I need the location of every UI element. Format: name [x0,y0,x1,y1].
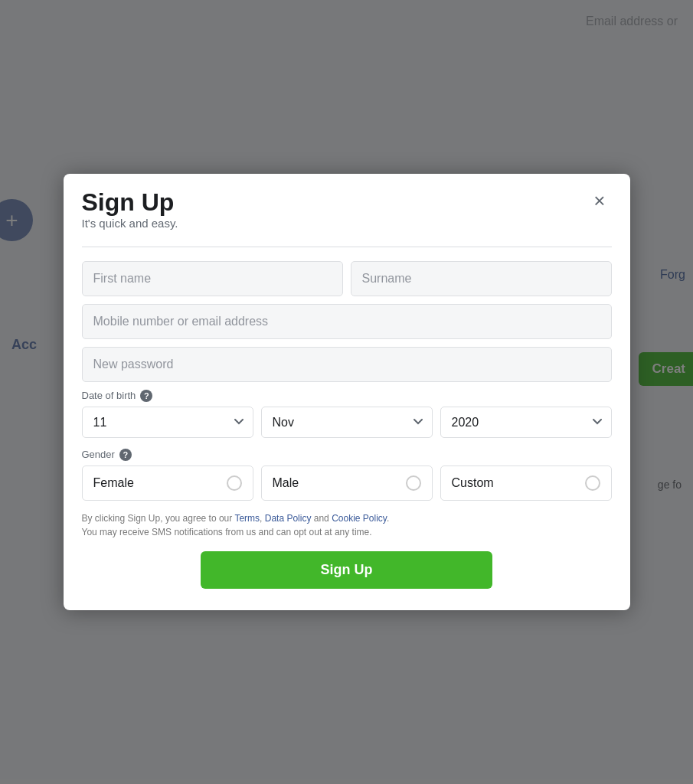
dob-year-select[interactable]: 2020 [440,407,612,438]
terms-line2: You may receive SMS notifications from u… [82,527,372,537]
password-input[interactable] [82,347,612,382]
data-policy-link[interactable]: Data Policy [265,513,312,524]
gender-male-option[interactable]: Male [261,466,433,501]
mobile-email-row [82,304,612,339]
gender-options: Female Male Custom [82,466,612,501]
gender-custom-label: Custom [452,476,494,490]
dob-help-icon[interactable]: ? [140,390,152,402]
name-row [82,261,612,296]
terms-text: By clicking Sign Up, you agree to our Te… [82,511,612,539]
dob-label: Date of birth [82,390,136,401]
signup-modal: Sign Up It's quick and easy. × Date of b… [64,174,630,609]
terms-suffix: . [387,513,389,524]
dob-label-row: Date of birth ? [82,390,612,402]
close-button[interactable]: × [587,188,611,214]
dob-month-select[interactable]: Nov [261,407,433,438]
gender-custom-option[interactable]: Custom [440,466,612,501]
cookie-policy-link[interactable]: Cookie Policy [332,513,387,524]
gender-female-label: Female [93,476,134,490]
surname-input[interactable] [351,261,612,296]
mobile-email-input[interactable] [82,304,612,339]
modal-divider [82,247,612,247]
terms-prefix: By clicking Sign Up, you agree to our [82,513,235,524]
dob-day-select[interactable]: 11 [82,407,253,438]
signup-button[interactable]: Sign Up [201,551,492,589]
password-row [82,347,612,382]
dob-selects: 11 Nov 2020 [82,407,612,438]
terms-sep2: and [311,513,332,524]
gender-help-icon[interactable]: ? [119,449,132,461]
modal-header: Sign Up It's quick and easy. × [82,189,612,243]
gender-label-row: Gender ? [82,449,612,461]
modal-overlay: Sign Up It's quick and easy. × Date of b… [0,0,693,784]
terms-sep1: , [260,513,265,524]
gender-male-radio[interactable] [406,475,421,491]
gender-female-radio[interactable] [227,475,242,491]
first-name-input[interactable] [82,261,343,296]
gender-male-label: Male [273,476,299,490]
terms-link[interactable]: Terms [234,513,260,524]
gender-label: Gender [82,449,115,460]
modal-subtitle: It's quick and easy. [82,217,178,230]
modal-title: Sign Up [82,189,178,216]
gender-female-option[interactable]: Female [82,466,253,501]
modal-title-block: Sign Up It's quick and easy. [82,189,178,243]
gender-custom-radio[interactable] [585,475,600,491]
